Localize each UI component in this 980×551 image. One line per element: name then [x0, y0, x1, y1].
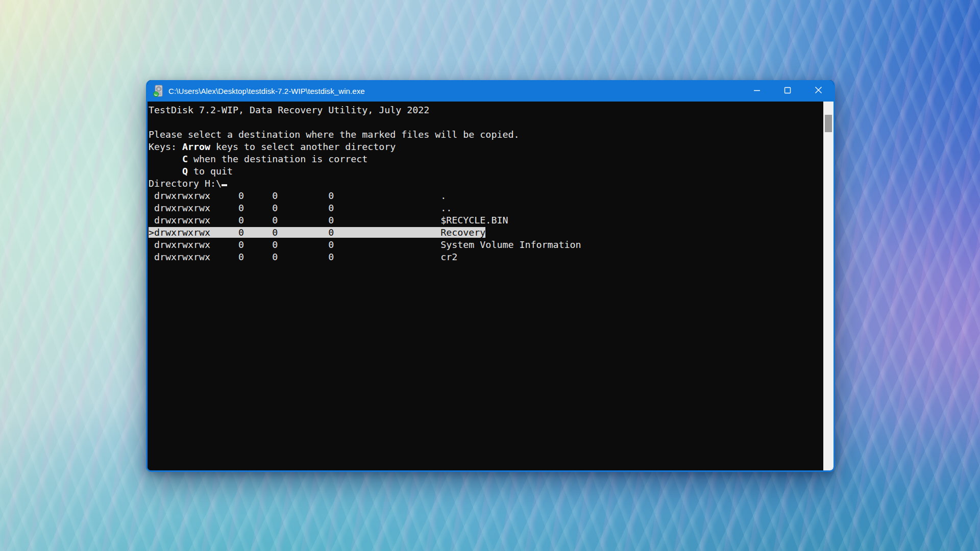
window-title: C:\Users\Alex\Desktop\testdisk-7.2-WIP\t… [168, 87, 365, 95]
window-titlebar[interactable]: C:\Users\Alex\Desktop\testdisk-7.2-WIP\t… [148, 80, 834, 102]
scrollbar-track[interactable] [823, 102, 834, 470]
dir-entry-current: drwxrwxrwx 0 0 0 . [149, 190, 823, 202]
maximize-icon [784, 87, 791, 95]
dir-entry-recycle-bin: drwxrwxrwx 0 0 0 $RECYCLE.BIN [149, 214, 823, 227]
close-button[interactable] [803, 80, 834, 102]
console-window: C:\Users\Alex\Desktop\testdisk-7.2-WIP\t… [146, 80, 835, 472]
desktop-wallpaper: C:\Users\Alex\Desktop\testdisk-7.2-WIP\t… [0, 0, 980, 551]
close-icon [815, 86, 822, 95]
keys-help-line: Keys: Arrow keys to select another direc… [149, 141, 823, 153]
key-c-help-line: C when the destination is correct [149, 153, 823, 165]
banner-line: TestDisk 7.2-WIP, Data Recovery Utility,… [149, 104, 823, 116]
testdisk-app-icon[interactable] [153, 85, 164, 97]
current-directory-line: Directory H:\ [149, 178, 823, 190]
dir-entry-cr2: drwxrwxrwx 0 0 0 cr2 [149, 251, 823, 263]
scrollbar-thumb[interactable] [825, 115, 832, 132]
maximize-button[interactable] [772, 80, 803, 102]
prompt-line: Please select a destination where the ma… [149, 129, 823, 141]
key-q-help-line: Q to quit [149, 165, 823, 178]
minimize-button[interactable] [742, 80, 772, 102]
text-cursor [222, 184, 227, 186]
console-output[interactable]: TestDisk 7.2-WIP, Data Recovery Utility,… [148, 102, 823, 470]
dir-entry-parent: drwxrwxrwx 0 0 0 .. [149, 202, 823, 214]
blank-line [149, 116, 823, 129]
dir-entry-recovery-selected: >drwxrwxrwx 0 0 0 Recovery [149, 227, 823, 239]
minimize-icon [753, 87, 761, 95]
dir-entry-system-volume-information: drwxrwxrwx 0 0 0 System Volume Informati… [149, 239, 823, 251]
window-controls [742, 80, 834, 102]
